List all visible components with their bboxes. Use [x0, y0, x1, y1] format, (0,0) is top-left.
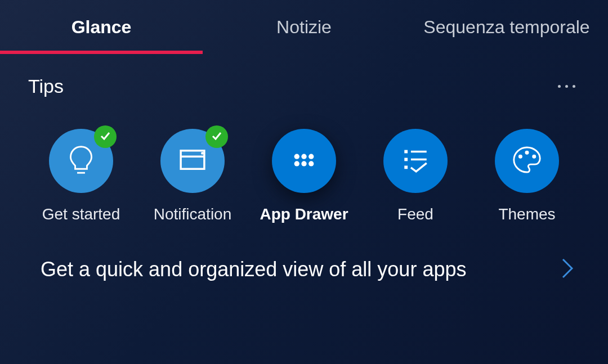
tip-notification[interactable]: Notification [140, 129, 245, 223]
dots-icon [558, 85, 561, 88]
tip-icon-circle [383, 129, 448, 193]
svg-point-15 [518, 155, 522, 159]
check-badge [94, 125, 117, 148]
svg-point-6 [309, 154, 314, 159]
tab-sequenza-temporale[interactable]: Sequenza temporale [405, 0, 608, 54]
svg-point-3 [201, 152, 204, 155]
check-icon [99, 129, 111, 144]
tab-notizie[interactable]: Notizie [203, 0, 405, 54]
tip-label: App Drawer [260, 205, 348, 223]
svg-point-7 [294, 161, 299, 166]
svg-point-9 [309, 161, 314, 166]
tip-description: Get a quick and organized view of all yo… [41, 255, 466, 284]
svg-point-16 [525, 151, 529, 155]
tip-icon-circle [49, 129, 113, 193]
tip-get-started[interactable]: Get started [28, 129, 134, 223]
more-button[interactable] [553, 80, 580, 92]
svg-rect-14 [404, 165, 408, 169]
description-row: Get a quick and organized view of all yo… [0, 240, 608, 310]
check-icon [211, 129, 223, 144]
list-check-icon [399, 143, 432, 178]
palette-icon [511, 143, 543, 178]
svg-rect-12 [404, 158, 408, 161]
tip-label: Notification [154, 205, 232, 223]
tip-label: Themes [498, 205, 555, 223]
svg-point-17 [532, 155, 536, 159]
tips-row: Get started Notification [0, 101, 608, 240]
section-header: Tips [0, 54, 608, 101]
tip-icon-circle [160, 129, 225, 193]
check-badge [205, 125, 228, 148]
tab-glance[interactable]: Glance [0, 0, 203, 54]
dots-icon [573, 85, 575, 88]
dots-icon [565, 85, 568, 88]
section-title: Tips [28, 75, 64, 97]
tip-label: Feed [397, 205, 433, 223]
tip-icon-circle [272, 129, 336, 193]
tip-label: Get started [42, 205, 120, 223]
tab-label: Sequenza temporale [423, 17, 589, 38]
svg-point-4 [294, 154, 299, 159]
svg-rect-10 [404, 150, 408, 154]
window-icon [176, 143, 209, 178]
bulb-icon [65, 143, 97, 178]
svg-rect-1 [181, 151, 204, 169]
tab-bar: Glance Notizie Sequenza temporale [0, 0, 608, 54]
tip-feed[interactable]: Feed [363, 129, 468, 223]
tip-themes[interactable]: Themes [474, 129, 580, 223]
chevron-right-icon [561, 272, 574, 281]
svg-point-8 [301, 161, 306, 166]
tab-label: Glance [71, 17, 132, 38]
svg-point-5 [301, 154, 306, 159]
apps-icon [288, 143, 320, 178]
tab-label: Notizie [276, 17, 332, 38]
next-button[interactable] [555, 251, 580, 287]
tip-icon-circle [495, 129, 559, 193]
tip-app-drawer[interactable]: App Drawer [251, 129, 357, 223]
